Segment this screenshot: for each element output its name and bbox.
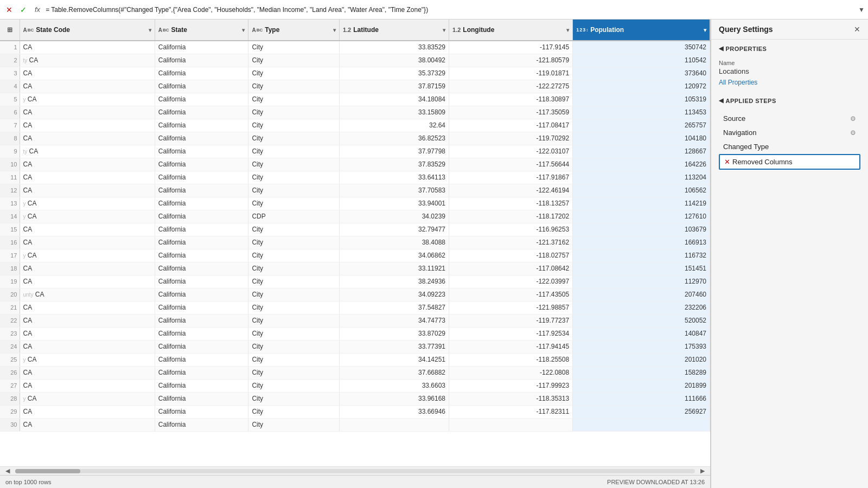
cell-state: California bbox=[155, 366, 248, 379]
step-item-changed-type[interactable]: Changed Type bbox=[719, 140, 860, 153]
cell-state: California bbox=[155, 197, 248, 210]
cell-state-code: y CA bbox=[20, 197, 155, 210]
step-item-removed-columns[interactable]: ✕Removed Columns bbox=[719, 154, 860, 170]
formula-expand-icon[interactable]: ▼ bbox=[858, 6, 865, 14]
cell-longitude: -122.03107 bbox=[449, 145, 573, 158]
row-select-all-icon[interactable]: ⊞ bbox=[7, 26, 12, 34]
cell-state: California bbox=[155, 392, 248, 405]
cell-longitude: -119.70292 bbox=[449, 132, 573, 145]
cell-latitude: 37.54827 bbox=[339, 301, 449, 314]
step-gear-icon-navigation[interactable]: ⚙ bbox=[850, 129, 856, 137]
table-row: 8 CA California City 36.82523 -119.70292… bbox=[0, 132, 710, 145]
main-layout: ⊞ ABC State Code ▾ ABC bbox=[0, 20, 868, 488]
cell-longitude: -122.0808 bbox=[449, 366, 573, 379]
cell-population: 140847 bbox=[573, 327, 710, 340]
cell-type: City bbox=[248, 119, 340, 132]
step-item-source[interactable]: Source⚙ bbox=[719, 112, 860, 125]
table-row: 19 CA California City 38.24936 -122.0399… bbox=[0, 275, 710, 288]
row-num-cell: 11 bbox=[0, 171, 20, 184]
col-name-type: Type bbox=[265, 26, 279, 34]
col-header-type[interactable]: ABC Type ▾ bbox=[248, 20, 340, 41]
col-filter-longitude[interactable]: ▾ bbox=[566, 27, 569, 33]
horizontal-scrollbar[interactable]: ◀ ▶ bbox=[0, 466, 710, 475]
cell-type: City bbox=[248, 262, 340, 275]
cell-population: 112970 bbox=[573, 275, 710, 288]
col-filter-type[interactable]: ▾ bbox=[333, 27, 336, 33]
cell-longitude: -118.17202 bbox=[449, 210, 573, 223]
col-filter-latitude[interactable]: ▾ bbox=[443, 27, 445, 33]
table-wrapper[interactable]: ⊞ ABC State Code ▾ ABC bbox=[0, 20, 710, 466]
confirm-icon[interactable]: ✓ bbox=[17, 4, 29, 16]
all-properties-link[interactable]: All Properties bbox=[719, 79, 757, 86]
col-header-state-code[interactable]: ABC State Code ▾ bbox=[20, 20, 155, 41]
cell-type: City bbox=[248, 353, 340, 366]
cell-type: City bbox=[248, 327, 340, 340]
col-header-population[interactable]: 123↕ Population ▾ bbox=[573, 20, 710, 41]
cell-longitude: -122.46194 bbox=[449, 184, 573, 197]
col-filter-state[interactable]: ▾ bbox=[242, 27, 245, 33]
cell-longitude: -122.27275 bbox=[449, 80, 573, 93]
cell-population: 128667 bbox=[573, 145, 710, 158]
cell-longitude: -117.94145 bbox=[449, 340, 573, 353]
formula-input[interactable] bbox=[46, 6, 855, 14]
cell-population: 114219 bbox=[573, 197, 710, 210]
properties-section-title: ◀ PROPERTIES bbox=[719, 45, 860, 52]
col-type-icon-type: ABC bbox=[252, 27, 263, 33]
cell-population: 151451 bbox=[573, 262, 710, 275]
cell-state: California bbox=[155, 80, 248, 93]
col-header-latitude[interactable]: 1.2 Latitude ▾ bbox=[339, 20, 449, 41]
cell-state-code: CA bbox=[20, 171, 155, 184]
col-header-longitude[interactable]: 1.2 Longitude ▾ bbox=[449, 20, 573, 41]
cell-state: California bbox=[155, 184, 248, 197]
cell-latitude: 33.83529 bbox=[339, 41, 449, 54]
cell-state: California bbox=[155, 54, 248, 67]
col-header-state[interactable]: ABC State ▾ bbox=[155, 20, 248, 41]
cell-state: California bbox=[155, 327, 248, 340]
cell-type: City bbox=[248, 197, 340, 210]
col-filter-state-code[interactable]: ▾ bbox=[149, 27, 151, 33]
scrollbar-thumb[interactable] bbox=[15, 469, 80, 473]
cell-latitude: 34.0239 bbox=[339, 210, 449, 223]
cell-state-code: CA bbox=[20, 80, 155, 93]
row-num-cell: 16 bbox=[0, 236, 20, 249]
step-item-navigation[interactable]: Navigation⚙ bbox=[719, 126, 860, 139]
cell-longitude: -116.96253 bbox=[449, 223, 573, 236]
cell-type: City bbox=[248, 80, 340, 93]
row-num-cell: 9 bbox=[0, 145, 20, 158]
table-row: 13 y CA California City 33.94001 -118.13… bbox=[0, 197, 710, 210]
row-num-cell: 5 bbox=[0, 93, 20, 106]
cell-state: California bbox=[155, 67, 248, 80]
table-row: 2 ty CA California City 38.00492 -121.80… bbox=[0, 54, 710, 67]
cell-state: California bbox=[155, 340, 248, 353]
cell-state-code: CA bbox=[20, 119, 155, 132]
cell-population: 164226 bbox=[573, 158, 710, 171]
cell-latitude: 33.77391 bbox=[339, 340, 449, 353]
name-label: Name bbox=[719, 60, 860, 66]
formula-bar: ✕ ✓ fx ▼ bbox=[0, 0, 868, 20]
scroll-right-arrow[interactable]: ▶ bbox=[695, 467, 710, 476]
cell-latitude: 34.14251 bbox=[339, 353, 449, 366]
cell-population: 166913 bbox=[573, 236, 710, 249]
cell-population: 120972 bbox=[573, 80, 710, 93]
row-num-cell: 13 bbox=[0, 197, 20, 210]
cell-type: City bbox=[248, 379, 340, 392]
scroll-left-arrow[interactable]: ◀ bbox=[0, 467, 15, 476]
cell-type: CDP bbox=[248, 210, 340, 223]
cell-latitude: 37.70583 bbox=[339, 184, 449, 197]
query-settings-close-icon[interactable]: ✕ bbox=[854, 25, 860, 34]
cell-state-code: CA bbox=[20, 41, 155, 54]
col-filter-population[interactable]: ▾ bbox=[704, 27, 706, 33]
table-row: 20 unty CA California City 34.09223 -117… bbox=[0, 288, 710, 301]
cell-population: 207460 bbox=[573, 288, 710, 301]
table-row: 15 CA California City 32.79477 -116.9625… bbox=[0, 223, 710, 236]
row-num-cell: 6 bbox=[0, 106, 20, 119]
cell-latitude: 38.24936 bbox=[339, 275, 449, 288]
data-table: ⊞ ABC State Code ▾ ABC bbox=[0, 20, 710, 432]
cell-latitude: 33.87029 bbox=[339, 327, 449, 340]
step-gear-icon-source[interactable]: ⚙ bbox=[850, 115, 856, 123]
cell-longitude: -121.80579 bbox=[449, 54, 573, 67]
step-name-navigation: Navigation bbox=[723, 129, 848, 137]
cancel-icon[interactable]: ✕ bbox=[3, 4, 15, 16]
cell-latitude bbox=[339, 418, 449, 431]
cell-population: 201899 bbox=[573, 379, 710, 392]
